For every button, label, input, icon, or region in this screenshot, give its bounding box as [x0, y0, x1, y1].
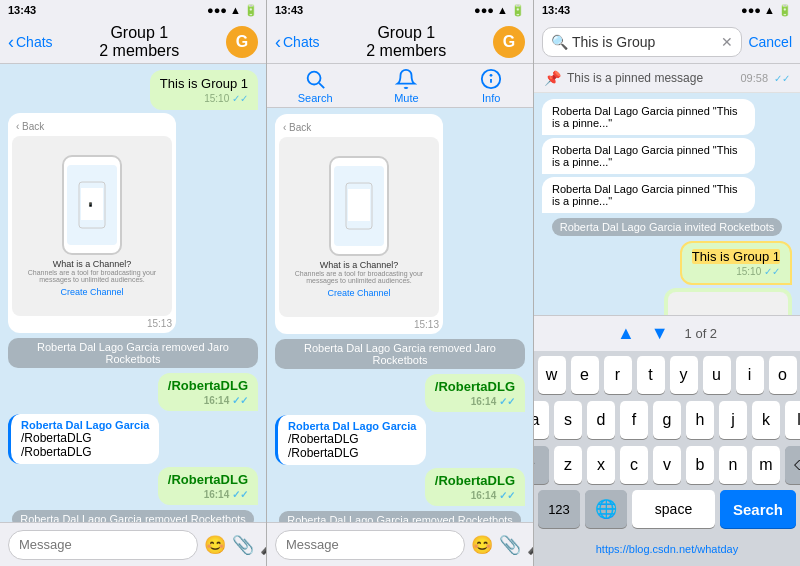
pinned-time-3: 09:58: [740, 72, 768, 84]
create-channel-link-2[interactable]: Create Channel: [327, 288, 390, 298]
cmd-time-2b: 16:14 ✓✓: [435, 490, 515, 501]
status-bar-3: 13:43 ●●● ▲ 🔋: [534, 0, 800, 20]
message-input-1[interactable]: [8, 530, 198, 560]
sticker-icon-1[interactable]: 😊: [204, 534, 226, 556]
url-text-3: https://blog.csdn.net/whatday: [596, 543, 738, 555]
key-o[interactable]: o: [769, 356, 797, 394]
search-key[interactable]: Search: [720, 490, 796, 528]
key-r[interactable]: r: [604, 356, 632, 394]
reply-bubble-2: Roberta Dal Lago Garcia /RobertaDLG /Rob…: [275, 415, 426, 465]
cmd-bubble-2: /RobertaDLG 16:14 ✓✓: [425, 374, 525, 412]
sticker-icon-2[interactable]: 😊: [471, 534, 493, 556]
toolbar-search-2[interactable]: Search: [298, 68, 333, 104]
mic-icon-1[interactable]: 🎤: [260, 534, 267, 556]
msg-group1: This is Group 1 15:10 ✓✓: [8, 70, 258, 110]
nav-bar-2: ‹ Chats Group 1 2 members G: [267, 20, 533, 64]
key-z[interactable]: z: [554, 446, 582, 484]
shift-key[interactable]: ⇧: [534, 446, 549, 484]
cmd-bubble-1b: /RobertaDLG 16:14 ✓✓: [158, 467, 258, 505]
msg-text-first-1: This is Group 1: [160, 76, 248, 91]
avatar-2[interactable]: G: [493, 26, 525, 58]
key-y[interactable]: y: [670, 356, 698, 394]
key-k[interactable]: k: [752, 401, 780, 439]
key-f[interactable]: f: [620, 401, 648, 439]
channel-subcaption-2: Channels are a tool for broadcasting you…: [279, 270, 439, 284]
toolbar-mute-2[interactable]: Mute: [394, 68, 418, 104]
search-field-3[interactable]: 🔍 This is Group ✕: [542, 27, 742, 57]
channel-image-2: What is a Channel? Channels are a tool f…: [279, 137, 439, 317]
toolbar-info-label-2: Info: [482, 92, 500, 104]
pinned-banner-3: 📌 This is a pinned message 09:58 ✓✓: [534, 64, 800, 93]
key-x[interactable]: x: [587, 446, 615, 484]
create-channel-link-1[interactable]: Create Channel: [60, 287, 123, 297]
panel-3: 13:43 ●●● ▲ 🔋 🔍 This is Group ✕ Cancel 📌…: [534, 0, 800, 566]
status-bar-1: 13:43 ●●● ▲ 🔋: [0, 0, 266, 20]
svg-text:📱: 📱: [88, 202, 93, 207]
toolbar-mute-label-2: Mute: [394, 92, 418, 104]
toolbar-search-label-2: Search: [298, 92, 333, 104]
key-c[interactable]: c: [620, 446, 648, 484]
pinned-sys-4: Roberta Dal Lago Garcia invited Rocketbo…: [552, 218, 783, 236]
key-u[interactable]: u: [703, 356, 731, 394]
back-label-1: Chats: [16, 34, 53, 50]
svg-rect-9: [348, 189, 370, 221]
back-button-1[interactable]: ‹ Chats: [8, 33, 53, 51]
attach-icon-1[interactable]: 📎: [232, 534, 254, 556]
delete-key[interactable]: ⌫: [785, 446, 800, 484]
globe-key[interactable]: 🌐: [585, 490, 627, 528]
key-t[interactable]: t: [637, 356, 665, 394]
avatar-1[interactable]: G: [226, 26, 258, 58]
space-key[interactable]: space: [632, 490, 715, 528]
key-e[interactable]: e: [571, 356, 599, 394]
pinned-check-3: ✓✓: [774, 73, 790, 84]
group-subtitle-1: 2 members: [99, 42, 179, 60]
bottom-bar-2: 😊 📎 🎤: [267, 522, 533, 566]
key-n[interactable]: n: [719, 446, 747, 484]
group-title-2: Group 1: [377, 24, 435, 42]
chat-area-1: This is Group 1 15:10 ✓✓ ‹ Back 📱: [0, 64, 266, 522]
mic-icon-2[interactable]: 🎤: [527, 534, 534, 556]
reply-bubble-1: Roberta Dal Lago Garcia /RobertaDLG /Rob…: [8, 414, 159, 464]
key-b[interactable]: b: [686, 446, 714, 484]
back-button-2[interactable]: ‹ Chats: [275, 33, 320, 51]
clear-icon-3[interactable]: ✕: [721, 34, 733, 50]
search-value-3: This is Group: [572, 34, 717, 50]
key-h[interactable]: h: [686, 401, 714, 439]
nav-title-1: Group 1 2 members: [99, 24, 179, 60]
key-g[interactable]: g: [653, 401, 681, 439]
chevron-icon-1: ‹: [8, 33, 14, 51]
bottom-bar-1: 😊 📎 🎤: [0, 522, 266, 566]
key-row-2: a s d f g h j k l: [534, 396, 800, 441]
key-m[interactable]: m: [752, 446, 780, 484]
nav-prev-3[interactable]: ▲: [617, 323, 635, 344]
status-icons-3: ●●● ▲ 🔋: [741, 4, 792, 17]
cancel-button-3[interactable]: Cancel: [748, 34, 792, 50]
nav-next-3[interactable]: ▼: [651, 323, 669, 344]
key-a[interactable]: a: [534, 401, 549, 439]
key-d[interactable]: d: [587, 401, 615, 439]
img-time-1: 15:13: [12, 318, 172, 329]
highlighted-time-3: 15:10 ✓✓: [692, 266, 780, 277]
highlighted-text-3: This is Group 1: [692, 249, 780, 264]
img-time-2: 15:13: [279, 319, 439, 330]
key-v[interactable]: v: [653, 446, 681, 484]
cmd-bubble-2b: /RobertaDLG 16:14 ✓✓: [425, 468, 525, 506]
attach-icon-2[interactable]: 📎: [499, 534, 521, 556]
key-s[interactable]: s: [554, 401, 582, 439]
img-bubble-1: ‹ Back 📱 What is a Channel? Channels are…: [8, 113, 176, 333]
message-input-2[interactable]: [275, 530, 465, 560]
result-nav-3: ▲ ▼ 1 of 2: [534, 315, 800, 351]
numbers-key[interactable]: 123: [538, 490, 580, 528]
url-bar-3: https://blog.csdn.net/whatday: [534, 536, 800, 566]
key-l[interactable]: l: [785, 401, 800, 439]
toolbar-info-2[interactable]: Info: [480, 68, 502, 104]
pinned-1: Roberta Dal Lago Garcia pinned "This is …: [542, 99, 755, 135]
status-bar-2: 13:43 ●●● ▲ 🔋: [267, 0, 533, 20]
key-j[interactable]: j: [719, 401, 747, 439]
sys2-1: Roberta Dal Lago Garcia removed Rocketbo…: [279, 511, 521, 522]
sys-1: Roberta Dal Lago Garcia removed Rocketbo…: [12, 510, 254, 522]
key-i[interactable]: i: [736, 356, 764, 394]
search-icon-3: 🔍: [551, 34, 568, 50]
key-w[interactable]: w: [538, 356, 566, 394]
pinned-3: Roberta Dal Lago Garcia pinned "This is …: [542, 177, 755, 213]
